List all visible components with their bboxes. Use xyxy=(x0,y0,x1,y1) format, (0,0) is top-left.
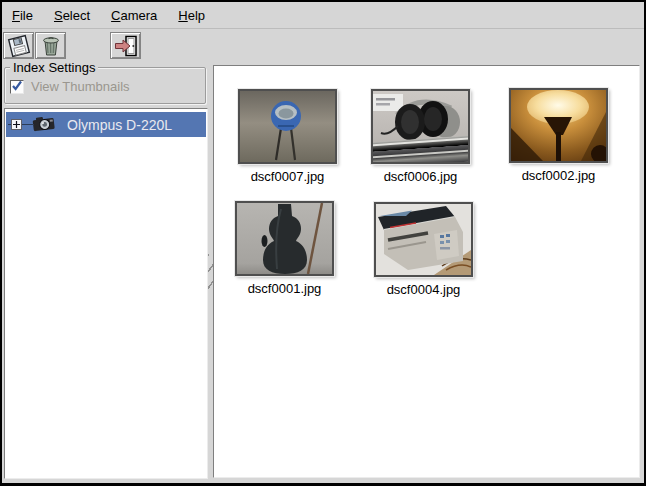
index-settings-frame: Index Settings View Thumbnails xyxy=(4,67,206,104)
view-thumbnails-checkbox[interactable] xyxy=(10,80,24,94)
printer-photo xyxy=(374,202,473,277)
tree-row-camera[interactable]: Olympus D-220L xyxy=(6,112,206,137)
thumbnail-filename: dscf0001.jpg xyxy=(234,281,335,296)
thumbnail-item[interactable]: dscf0004.jpg xyxy=(373,202,474,297)
thumbnail-item[interactable]: dscf0001.jpg xyxy=(234,201,335,296)
thumbnail-item[interactable]: dscf0006.jpg xyxy=(370,89,471,184)
checkmark-icon xyxy=(11,78,23,96)
capacitor-photo xyxy=(238,89,337,164)
menu-help[interactable]: Help xyxy=(176,6,207,25)
trash-icon xyxy=(39,34,63,58)
headphones-photo xyxy=(371,89,470,164)
view-thumbnails-label: View Thumbnails xyxy=(31,79,130,94)
thumbnail-filename: dscf0007.jpg xyxy=(237,169,338,184)
thumbnail-item[interactable]: dscf0002.jpg xyxy=(508,88,609,183)
thumbnail-filename: dscf0004.jpg xyxy=(373,282,474,297)
thumbnail-item[interactable]: dscf0007.jpg xyxy=(237,89,338,184)
thumbnail-filename: dscf0002.jpg xyxy=(508,168,609,183)
save-button[interactable] xyxy=(3,32,34,59)
camera-tree: Olympus D-220L xyxy=(4,108,208,479)
camera-icon xyxy=(31,114,57,135)
menu-camera[interactable]: Camera xyxy=(109,6,159,25)
gtkam-window: File Select Camera Help xyxy=(0,0,646,486)
lamp-photo xyxy=(509,88,608,163)
menu-file[interactable]: File xyxy=(10,6,35,25)
menu-select[interactable]: Select xyxy=(52,6,92,25)
exit-door-icon xyxy=(113,34,139,58)
frame-title: Index Settings xyxy=(10,60,98,75)
thumbnail-panel: dscf0007.jpg xyxy=(213,65,640,478)
floppy-disk-icon xyxy=(6,34,32,58)
menubar: File Select Camera Help xyxy=(2,2,644,29)
tree-item-label: Olympus D-220L xyxy=(67,117,172,133)
expander-plus-icon[interactable] xyxy=(11,119,22,130)
exit-button[interactable] xyxy=(110,32,141,59)
guitar-case-photo xyxy=(235,201,334,276)
thumbnail-filename: dscf0006.jpg xyxy=(370,169,471,184)
delete-button[interactable] xyxy=(35,32,66,59)
